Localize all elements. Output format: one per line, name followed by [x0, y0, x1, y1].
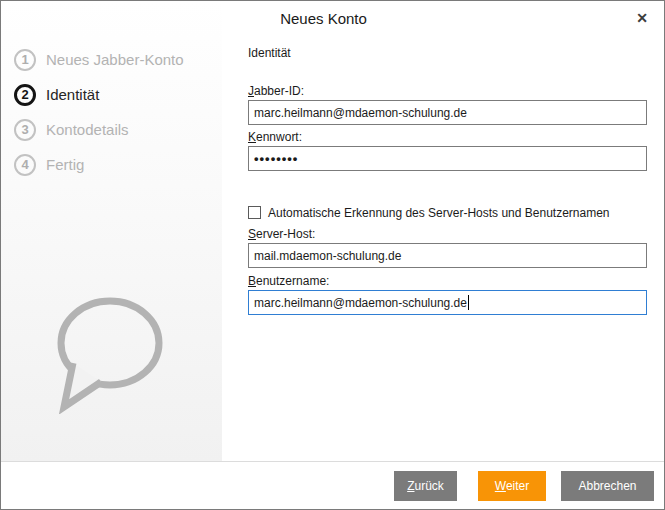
benutzername-mnemonic: B	[248, 274, 256, 288]
back-button[interactable]: Zurück	[394, 471, 457, 501]
back-label-rest: urück	[415, 479, 444, 493]
benutzername-value: marc.heilmann@mdaemon-schulung.de	[254, 296, 467, 310]
step-2-circle: 2	[14, 84, 36, 106]
benutzername-label: Benutzername:	[248, 275, 647, 288]
step-4-circle: 4	[14, 154, 36, 176]
new-account-dialog: Neues Konto ✕ 1 Neues Jabber-Konto 2 Ide…	[0, 0, 665, 510]
text-caret	[468, 295, 469, 310]
server-host-label: Server-Host:	[248, 228, 647, 241]
step-3-circle: 3	[14, 119, 36, 141]
step-4-label: Fertig	[46, 156, 84, 173]
step-2-label: Identität	[46, 86, 99, 103]
page-title: Identität	[248, 47, 647, 60]
kennwort-label-rest: ennwort:	[256, 130, 302, 144]
step-1-circle: 1	[14, 49, 36, 71]
server-host-mnemonic: S	[248, 227, 256, 241]
identity-form: Identität Jabber-ID: Kennwort: Automatis…	[248, 1, 647, 315]
cancel-button[interactable]: Abbrechen	[561, 471, 654, 501]
next-mnemonic: W	[495, 479, 506, 493]
next-label-rest: eiter	[506, 479, 529, 493]
kennwort-mnemonic: K	[248, 130, 256, 144]
step-kontodetails: 3 Kontodetails	[14, 118, 184, 141]
speech-bubble-icon	[47, 292, 167, 414]
step-identitaet: 2 Identität	[14, 83, 184, 106]
benutzername-label-rest: enutzername:	[256, 274, 329, 288]
step-3-label: Kontodetails	[46, 121, 129, 138]
next-button[interactable]: Weiter	[478, 471, 546, 501]
benutzername-input[interactable]: marc.heilmann@mdaemon-schulung.de	[248, 290, 647, 315]
auto-detect-checkbox[interactable]	[248, 206, 261, 219]
kennwort-input[interactable]	[248, 146, 647, 171]
auto-detect-label[interactable]: Automatische Erkennung des Server-Hosts …	[268, 206, 610, 220]
server-host-label-rest: erver-Host:	[256, 227, 315, 241]
wizard-sidebar: 1 Neues Jabber-Konto 2 Identität 3 Konto…	[1, 1, 222, 462]
wizard-steps: 1 Neues Jabber-Konto 2 Identität 3 Konto…	[14, 48, 184, 188]
back-mnemonic: Z	[407, 479, 414, 493]
auto-detect-row: Automatische Erkennung des Server-Hosts …	[248, 205, 647, 220]
kennwort-label: Kennwort:	[248, 131, 647, 144]
server-host-input[interactable]	[248, 243, 647, 268]
jabber-id-label: Jabber-ID:	[248, 85, 647, 98]
jabber-id-input[interactable]	[248, 100, 647, 125]
step-fertig: 4 Fertig	[14, 153, 184, 176]
dialog-footer: Zurück Weiter Abbrechen	[1, 461, 664, 509]
step-1-label: Neues Jabber-Konto	[46, 51, 184, 68]
jabber-id-label-rest: abber-ID:	[254, 84, 304, 98]
step-neues-jabber-konto: 1 Neues Jabber-Konto	[14, 48, 184, 71]
